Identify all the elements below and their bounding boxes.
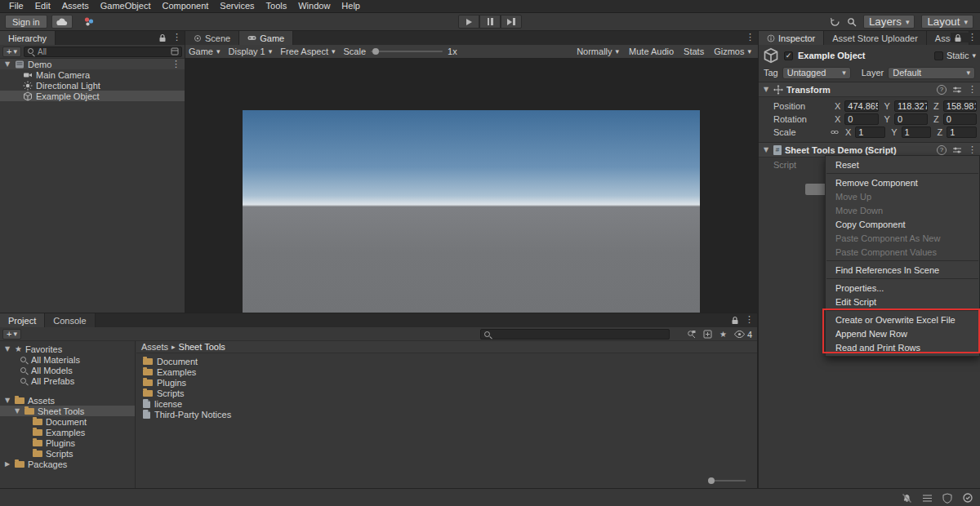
menu-item-read-and-print-rows[interactable]: Read and Print Rows <box>826 340 979 354</box>
tag-dropdown[interactable]: Untagged▾ <box>782 67 851 79</box>
tree-examples[interactable]: Examples <box>0 427 135 437</box>
pause-button[interactable] <box>479 15 501 29</box>
aspect-dropdown[interactable]: Free Aspect▾ <box>280 47 335 56</box>
favorites-all-prefabs[interactable]: All Prefabs <box>0 375 135 386</box>
stats-toggle[interactable]: Stats <box>684 47 704 56</box>
menu-window[interactable]: Window <box>292 0 336 12</box>
tab-console[interactable]: Console <box>45 313 95 327</box>
hierarchy-item-example-object[interactable]: Example Object <box>0 91 185 101</box>
project-search-input[interactable] <box>480 329 670 340</box>
file-row-examples[interactable]: Examples <box>136 366 757 377</box>
favorites-all-models[interactable]: All Models <box>0 365 135 375</box>
zoom-slider-handle[interactable] <box>708 477 715 484</box>
layer-dropdown[interactable]: Default▾ <box>888 67 975 79</box>
menu-file[interactable]: File <box>3 0 29 12</box>
foldout-arrow-icon[interactable]: ▼ <box>762 146 770 153</box>
version-control-status-icon[interactable] <box>942 493 952 504</box>
mute-audio-toggle[interactable]: Mute Audio <box>629 47 674 56</box>
favorite-star-icon[interactable]: ★ <box>719 330 727 339</box>
console-messages-icon[interactable] <box>922 494 933 503</box>
breadcrumb-sheet-tools[interactable]: Sheet Tools <box>179 342 225 352</box>
import-package-icon[interactable] <box>703 330 712 339</box>
display-target-dropdown[interactable]: Game▾ <box>189 47 220 56</box>
favorites-all-materials[interactable]: All Materials <box>0 354 135 365</box>
foldout-arrow-icon[interactable]: ▼ <box>3 60 11 68</box>
project-search-field[interactable] <box>494 330 666 339</box>
transform-component-header[interactable]: ▼ Transform ? ⋮ <box>759 82 980 97</box>
sign-in-button[interactable]: Sign in <box>5 15 47 29</box>
search-icon[interactable] <box>847 17 857 27</box>
scale-slider[interactable]: Scale 1x <box>344 47 457 56</box>
menu-help[interactable]: Help <box>336 0 366 12</box>
tab-asset-store-uploader[interactable]: Asset Store Uploader <box>824 31 927 45</box>
display-dropdown[interactable]: Display 1▾ <box>229 47 273 56</box>
visibility-eye-icon[interactable]: 4 <box>734 330 752 340</box>
menu-tools[interactable]: Tools <box>261 0 293 12</box>
kebab-menu-icon[interactable]: ⋮ <box>968 33 977 42</box>
link-icon[interactable] <box>831 128 839 136</box>
file-row-plugins[interactable]: Plugins <box>136 377 757 388</box>
search-filter-icon[interactable] <box>171 47 179 55</box>
file-row-scripts[interactable]: Scripts <box>136 388 757 398</box>
hierarchy-item-directional-light[interactable]: Directional Light <box>0 80 185 91</box>
kebab-menu-icon[interactable]: ⋮ <box>172 33 181 42</box>
help-icon[interactable]: ? <box>937 145 947 155</box>
thumbnail-zoom-slider[interactable] <box>708 477 746 484</box>
scale-slider-track[interactable] <box>371 51 443 52</box>
menu-services[interactable]: Services <box>214 0 260 12</box>
scale-z-field[interactable]: 1 <box>947 126 977 138</box>
tab-hierarchy[interactable]: Hierarchy <box>0 31 56 45</box>
menu-item-create-or-overwrite-excel-file[interactable]: Create or Overwrite Excel File <box>826 313 979 326</box>
file-row-third-party-notices[interactable]: Third-Party Notices <box>136 409 757 419</box>
presets-icon[interactable] <box>952 86 962 94</box>
rotation-x-field[interactable]: 0 <box>844 113 878 125</box>
gizmos-dropdown[interactable]: Gizmos▾ <box>714 47 751 56</box>
position-y-field[interactable]: 118.327 <box>894 100 928 112</box>
tree-assets-root[interactable]: ▼ Assets <box>0 395 135 406</box>
foldout-arrow-icon[interactable]: ▼ <box>762 86 770 93</box>
hierarchy-search-input[interactable] <box>24 47 182 57</box>
favorites-root[interactable]: ▼★ Favorites <box>0 344 135 354</box>
menu-gameobject[interactable]: GameObject <box>95 0 157 12</box>
active-checkbox[interactable]: ✓ <box>784 51 793 60</box>
kebab-menu-icon[interactable]: ⋮ <box>745 315 754 325</box>
cloud-button[interactable] <box>51 15 73 29</box>
tree-packages[interactable]: ▶ Packages <box>0 459 135 469</box>
menu-item-remove-component[interactable]: Remove Component <box>826 175 979 189</box>
tree-sheet-tools[interactable]: ▼ Sheet Tools <box>0 406 135 416</box>
file-row-document[interactable]: Document <box>136 356 757 366</box>
background-tasks-icon[interactable] <box>962 492 973 504</box>
scale-y-field[interactable]: 1 <box>902 126 932 138</box>
lock-icon[interactable] <box>158 33 167 42</box>
kebab-menu-icon[interactable]: ⋮ <box>746 33 755 42</box>
file-row-license[interactable]: license <box>136 398 757 409</box>
version-control-icon[interactable] <box>83 16 95 27</box>
menu-item-find-references[interactable]: Find References In Scene <box>826 263 979 277</box>
project-add-button[interactable]: +▾ <box>2 329 21 340</box>
presets-icon[interactable] <box>952 146 962 154</box>
tree-plugins[interactable]: Plugins <box>0 437 135 448</box>
hierarchy-search-field[interactable] <box>38 47 168 56</box>
scale-x-field[interactable]: 1 <box>855 126 885 138</box>
menu-assets[interactable]: Assets <box>56 0 95 12</box>
game-viewport[interactable] <box>185 59 758 313</box>
step-button[interactable] <box>501 15 522 29</box>
menu-edit[interactable]: Edit <box>29 0 56 12</box>
static-dropdown-icon[interactable]: ▾ <box>972 51 976 60</box>
saved-search-icon[interactable] <box>687 330 696 339</box>
scene-kebab-icon[interactable]: ⋮ <box>172 60 185 69</box>
rotation-y-field[interactable]: 0 <box>894 113 928 125</box>
lock-icon[interactable] <box>954 33 962 42</box>
kebab-menu-icon[interactable]: ⋮ <box>968 85 977 95</box>
menu-item-copy-component[interactable]: Copy Component <box>826 217 979 231</box>
hierarchy-scene-row[interactable]: ▼ Demo ⋮ <box>0 59 185 69</box>
layers-dropdown[interactable]: Layers▾ <box>863 15 915 29</box>
mute-notifications-icon[interactable] <box>902 493 912 504</box>
menu-item-reset[interactable]: Reset <box>826 158 979 171</box>
play-mode-dropdown[interactable]: Normally▾ <box>577 47 619 56</box>
hierarchy-item-main-camera[interactable]: Main Camera <box>0 69 185 80</box>
position-z-field[interactable]: 158.981 <box>943 100 977 112</box>
tab-inspector[interactable]: Inspector <box>759 31 824 45</box>
menu-item-append-new-row[interactable]: Append New Row <box>826 326 979 340</box>
tab-project[interactable]: Project <box>0 313 45 327</box>
